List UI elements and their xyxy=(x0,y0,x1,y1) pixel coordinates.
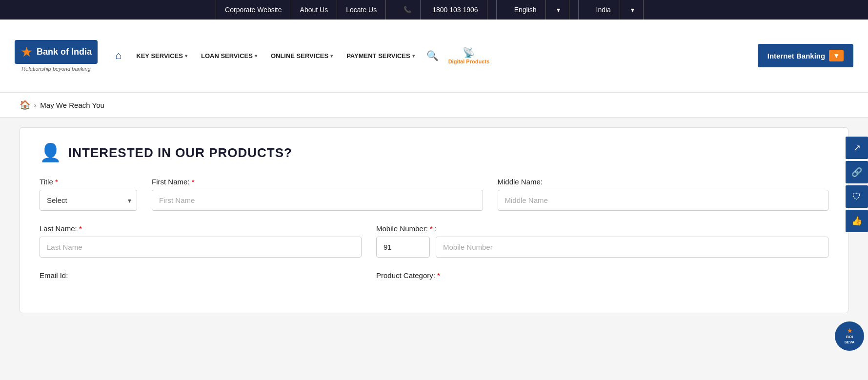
language-selector[interactable]: English ▾ xyxy=(497,0,579,20)
title-required-star: * xyxy=(55,178,58,186)
middle-name-label: Middle Name: xyxy=(498,178,829,186)
last-name-input[interactable] xyxy=(40,237,362,258)
email-label: Email Id: xyxy=(40,271,362,280)
form-row-2: Last Name: * Mobile Number: * : xyxy=(40,224,828,258)
shield-button[interactable]: 🛡 xyxy=(846,185,868,208)
logo-tagline: Relationship beyond banking xyxy=(21,66,90,72)
loan-services-chevron-icon: ▾ xyxy=(255,53,257,59)
breadcrumb-home-icon[interactable]: 🏠 xyxy=(20,100,30,110)
product-category-label: Product Category: * xyxy=(376,271,828,280)
bank-name: Bank of India xyxy=(37,47,92,57)
payment-services-chevron-icon: ▾ xyxy=(412,53,415,59)
last-name-field-group: Last Name: * xyxy=(40,224,362,258)
digital-products-icon: 📡 xyxy=(463,47,475,59)
product-category-field-group: Product Category: * xyxy=(376,271,828,280)
nav-loan-services-label: LOAN SERVICES xyxy=(201,52,253,60)
breadcrumb-current-page: May We Reach You xyxy=(40,101,104,109)
form-row-3: Email Id: Product Category: * xyxy=(40,271,828,280)
person-icon: 👤 xyxy=(40,142,61,163)
right-sidebar: ↗ 🔗 🛡 👍 xyxy=(846,137,868,232)
form-title-row: 👤 INTERESTED IN OUR PRODUCTS? xyxy=(40,142,828,163)
title-label: Title * xyxy=(40,178,137,186)
mobile-label: Mobile Number: * : xyxy=(376,224,828,233)
email-field-group: Email Id: xyxy=(40,271,362,280)
internet-banking-arrow-icon: ▼ xyxy=(829,50,844,61)
mobile-required-star: * xyxy=(430,224,433,233)
main-nav: ⌂ KEY SERVICES ▾ LOAN SERVICES ▾ ONLINE … xyxy=(107,47,748,64)
main-header: ★ Bank of India Relationship beyond bank… xyxy=(0,20,868,93)
thumbs-up-button[interactable]: 👍 xyxy=(846,210,868,232)
language-label: English xyxy=(505,0,546,20)
nav-key-services[interactable]: KEY SERVICES ▾ xyxy=(129,52,194,60)
logo-star-icon: ★ xyxy=(20,44,33,60)
country-label: India xyxy=(587,0,620,20)
internet-banking-button[interactable]: Internet Banking ▼ xyxy=(758,44,853,67)
main-content: 👤 INTERESTED IN OUR PRODUCTS? Title * Se… xyxy=(0,118,868,323)
phone-icon: 📞 xyxy=(395,0,421,20)
first-name-field-group: First Name: * xyxy=(152,178,483,211)
first-name-label: First Name: * xyxy=(152,178,483,186)
mobile-inputs xyxy=(376,237,828,258)
breadcrumb: 🏠 › May We Reach You xyxy=(0,93,868,118)
country-chevron-icon: ▾ xyxy=(622,0,644,20)
logo-box[interactable]: ★ Bank of India xyxy=(15,40,98,64)
link-icon: 🔗 xyxy=(851,167,862,178)
last-name-required-star: * xyxy=(79,224,82,233)
nav-payment-services-label: PAYMENT SERVICES xyxy=(346,52,410,60)
internet-banking-label: Internet Banking xyxy=(767,52,825,60)
middle-name-input[interactable] xyxy=(498,190,829,211)
form-title: INTERESTED IN OUR PRODUCTS? xyxy=(68,145,292,160)
corporate-website-link[interactable]: Corporate Website xyxy=(216,0,291,20)
nav-key-services-label: KEY SERVICES xyxy=(136,52,183,60)
product-category-required-star: * xyxy=(437,271,440,280)
phone-number: 1800 103 1906 xyxy=(424,0,487,20)
logo-area: ★ Bank of India Relationship beyond bank… xyxy=(15,40,98,72)
title-select[interactable]: Select Mr. Mrs. Ms. Dr. xyxy=(40,190,137,211)
first-name-input[interactable] xyxy=(152,190,483,211)
form-card: 👤 INTERESTED IN OUR PRODUCTS? Title * Se… xyxy=(20,127,848,313)
about-us-link[interactable]: About Us xyxy=(291,0,338,20)
digital-products-button[interactable]: 📡 Digital Products xyxy=(444,47,494,64)
mobile-prefix-input[interactable] xyxy=(376,237,430,258)
nav-online-services[interactable]: ONLINE SERVICES ▾ xyxy=(264,52,340,60)
phone-item: 📞 1800 103 1906 xyxy=(386,0,496,20)
language-chevron-icon: ▾ xyxy=(548,0,569,20)
home-nav-icon[interactable]: ⌂ xyxy=(107,49,129,62)
digital-products-label: Digital Products xyxy=(448,59,489,64)
locate-us-link[interactable]: Locate Us xyxy=(337,0,386,20)
first-name-required-star: * xyxy=(192,178,195,186)
search-icon[interactable]: 🔍 xyxy=(422,50,444,61)
shield-icon: 🛡 xyxy=(852,192,861,202)
online-services-chevron-icon: ▾ xyxy=(330,53,333,59)
share-icon: ↗ xyxy=(853,142,861,153)
share-button[interactable]: ↗ xyxy=(846,137,868,159)
title-field-group: Title * Select Mr. Mrs. Ms. Dr. ▾ xyxy=(40,178,137,211)
mobile-field-group: Mobile Number: * : xyxy=(376,224,828,258)
mobile-number-input[interactable] xyxy=(436,237,828,258)
nav-payment-services[interactable]: PAYMENT SERVICES ▾ xyxy=(340,52,422,60)
top-bar: Corporate Website About Us Locate Us 📞 1… xyxy=(0,0,868,20)
form-row-1: Title * Select Mr. Mrs. Ms. Dr. ▾ Fi xyxy=(40,178,828,211)
country-selector[interactable]: India ▾ xyxy=(579,0,652,20)
title-select-wrapper: Select Mr. Mrs. Ms. Dr. ▾ xyxy=(40,190,137,211)
link-button[interactable]: 🔗 xyxy=(846,161,868,183)
breadcrumb-separator: › xyxy=(34,101,36,109)
key-services-chevron-icon: ▾ xyxy=(185,53,187,59)
last-name-label: Last Name: * xyxy=(40,224,362,233)
middle-name-field-group: Middle Name: xyxy=(498,178,829,211)
nav-online-services-label: ONLINE SERVICES xyxy=(271,52,328,60)
nav-loan-services[interactable]: LOAN SERVICES ▾ xyxy=(194,52,264,60)
thumbs-up-icon: 👍 xyxy=(851,216,862,226)
